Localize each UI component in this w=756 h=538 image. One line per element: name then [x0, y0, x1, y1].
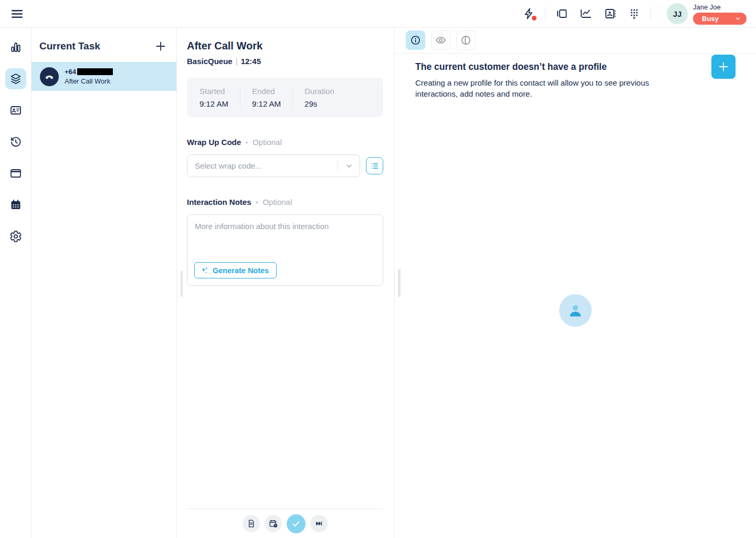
nav-tasks-icon[interactable]: [5, 68, 26, 89]
quick-actions-icon[interactable]: [520, 5, 538, 23]
generate-notes-label: Generate Notes: [213, 266, 269, 275]
top-bar: JJ Jane Joe Busy: [0, 0, 756, 28]
hamburger-menu-icon[interactable]: [9, 6, 24, 21]
app-window: JJ Jane Joe Busy: [0, 0, 756, 538]
nav-history-icon[interactable]: [5, 131, 26, 152]
nav-calendar-icon[interactable]: [5, 194, 26, 215]
nav-dashboard-icon[interactable]: [5, 37, 26, 58]
divider: [338, 160, 338, 172]
user-avatar[interactable]: JJ: [667, 3, 688, 24]
wrap-code-select[interactable]: Select wrap code...: [187, 154, 360, 177]
left-nav-rail: [0, 28, 32, 538]
divider: [545, 7, 545, 20]
work-title: After Call Work: [187, 40, 383, 52]
interaction-notes-label: Interaction Notes: [187, 198, 251, 206]
nav-browser-icon[interactable]: [5, 163, 26, 184]
bullet-list-icon: [370, 161, 380, 171]
call-meta-card: Started 9:12 AM Ended 9:12 AM Duration 2…: [187, 78, 383, 117]
profile-avatar-placeholder: [559, 294, 592, 327]
document-icon: [247, 519, 256, 528]
task-list-header: Current Task: [32, 28, 176, 62]
task-list-item[interactable]: +64 After Call Work: [32, 62, 176, 91]
call-timer: 12:45: [241, 57, 261, 66]
duration-value: 29s: [304, 99, 334, 108]
divider: [650, 7, 651, 20]
wrap-code-list-button[interactable]: [366, 157, 383, 174]
calendar-clock-icon: [269, 519, 278, 529]
started-label: Started: [200, 87, 228, 96]
started-value: 9:12 AM: [200, 99, 228, 108]
metrics-chart-icon[interactable]: [577, 5, 595, 23]
skip-forward-icon: [314, 519, 323, 528]
side-panel-icon[interactable]: [553, 5, 571, 23]
bullet: •: [246, 139, 248, 146]
contacts-directory-icon[interactable]: [601, 5, 619, 23]
ended-value: 9:12 AM: [252, 99, 281, 108]
wrap-up-code-row: Select wrap code...: [187, 154, 383, 177]
profile-tabs: [395, 28, 756, 54]
separator: |: [236, 57, 238, 66]
work-footer-actions: [187, 509, 383, 538]
scrollbar-thumb[interactable]: [181, 271, 183, 297]
after-call-work-panel: After Call Work BasicQueue|12:45 Started…: [177, 28, 394, 538]
info-icon: [410, 35, 421, 46]
user-initials: JJ: [673, 9, 682, 18]
nav-contact-card-icon[interactable]: [5, 100, 26, 121]
ended-label: Ended: [252, 87, 281, 96]
task-phone-number-prefix: +64: [65, 68, 76, 76]
user-name: Jane Joe: [693, 3, 721, 11]
generate-notes-button[interactable]: Generate Notes: [194, 262, 277, 278]
task-item-text: +64 After Call Work: [65, 68, 113, 85]
empty-state-body: Creating a new profile for this contact …: [415, 77, 663, 99]
scrollbar-thumb[interactable]: [398, 269, 401, 297]
dialpad-icon[interactable]: [625, 5, 643, 23]
tab-view[interactable]: [431, 30, 450, 50]
interaction-notes-label-row: Interaction Notes • Optional: [187, 198, 383, 206]
notification-dot: [532, 16, 537, 20]
nav-settings-gear-icon[interactable]: [5, 226, 26, 247]
task-phone-icon: [40, 67, 59, 86]
wrap-up-optional-label: Optional: [253, 138, 282, 147]
empty-state-heading: The current customer doesn’t have a prof…: [415, 61, 698, 73]
chevron-down-icon: [734, 15, 741, 22]
eye-icon: [435, 35, 446, 46]
no-profile-empty-state: The current customer doesn’t have a prof…: [395, 54, 756, 99]
wrap-up-code-label-row: Wrap Up Code • Optional: [187, 138, 383, 147]
status-label: Busy: [702, 15, 719, 23]
skip-next-button[interactable]: [310, 515, 328, 532]
plus-icon: [717, 60, 730, 73]
person-icon: [568, 303, 583, 318]
meta-duration: Duration 29s: [292, 87, 346, 108]
schedule-callback-button[interactable]: [265, 515, 282, 532]
tab-info[interactable]: [406, 30, 425, 50]
bullet: •: [256, 199, 258, 205]
meta-started: Started 9:12 AM: [200, 87, 240, 108]
create-profile-button[interactable]: [711, 55, 736, 79]
customer-profile-panel: The current customer doesn’t have a prof…: [394, 28, 756, 538]
work-content: After Call Work BasicQueue|12:45 Started…: [177, 28, 394, 286]
interaction-notes-box: Generate Notes: [187, 214, 383, 286]
complete-task-button[interactable]: [287, 514, 306, 533]
redacted-phone-number: [77, 68, 113, 75]
meta-ended: Ended 9:12 AM: [240, 87, 292, 108]
task-list-panel: Current Task +64 After Call Work: [32, 28, 177, 538]
interaction-notes-input[interactable]: [187, 215, 383, 256]
notes-document-button[interactable]: [243, 515, 260, 532]
task-type-label: After Call Work: [65, 77, 113, 85]
task-list-title: Current Task: [39, 40, 100, 52]
user-block: Jane Joe Busy: [693, 3, 747, 25]
tab-insights[interactable]: [456, 30, 476, 50]
queue-name: BasicQueue: [187, 57, 233, 66]
wrap-code-placeholder: Select wrap code...: [187, 161, 338, 170]
split-circle-icon: [460, 35, 471, 46]
chevron-down-icon: [345, 162, 353, 170]
status-selector-button[interactable]: Busy: [693, 13, 747, 25]
queue-and-timer: BasicQueue|12:45: [187, 57, 383, 66]
sparkle-icon: [200, 266, 209, 275]
add-task-button[interactable]: [153, 39, 168, 54]
notes-optional-label: Optional: [262, 198, 292, 206]
duration-label: Duration: [304, 87, 334, 96]
topbar-actions: JJ Jane Joe Busy: [520, 3, 747, 25]
wrap-up-code-label: Wrap Up Code: [187, 138, 241, 147]
checkmark-icon: [291, 519, 301, 529]
